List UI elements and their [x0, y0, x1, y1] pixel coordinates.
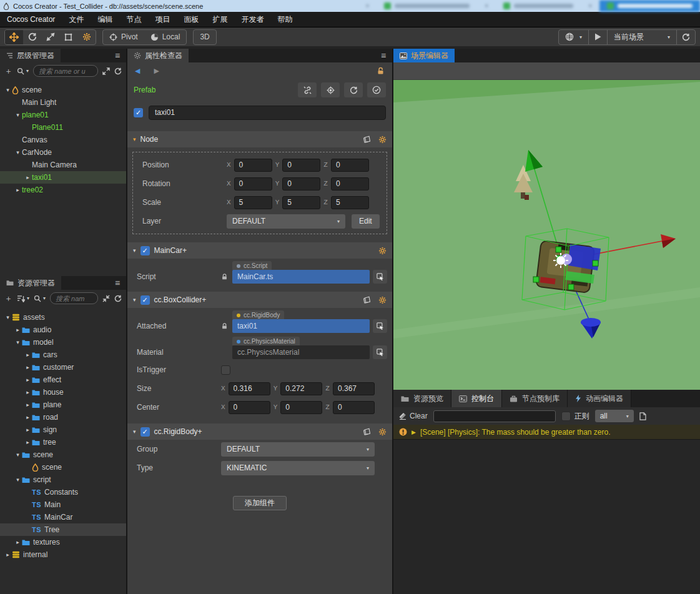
hierarchy-node-plane01[interactable]: ▾plane01 — [0, 109, 126, 121]
unlock-icon[interactable] — [377, 67, 385, 75]
asset-node-scene[interactable]: scene — [0, 461, 126, 473]
console-log-area[interactable] — [393, 439, 700, 594]
collapse-all-icon[interactable] — [102, 295, 110, 302]
scene-viewport[interactable] — [393, 80, 700, 390]
menu-item-3[interactable]: 节点 — [119, 14, 148, 25]
tree-right-arrow-icon[interactable]: ▸ — [24, 402, 32, 408]
asset-node-customer[interactable]: ▸customer — [0, 361, 126, 374]
tree-right-arrow-icon[interactable]: ▸ — [24, 364, 32, 370]
log-level-dropdown[interactable]: all ▾ — [595, 410, 634, 422]
scale-tool-button[interactable] — [41, 29, 59, 45]
tree-right-arrow-icon[interactable]: ▸ — [24, 377, 32, 383]
collapse-arrow-icon[interactable]: ▾ — [133, 136, 136, 142]
bottom-tab-资源预览[interactable]: 资源预览 — [393, 390, 451, 407]
sort-assets-icon[interactable]: ▾ — [17, 295, 29, 302]
console-clear-button[interactable]: Clear — [399, 412, 428, 420]
tab-assets[interactable]: 资源管理器 — [0, 276, 61, 290]
asset-node-textures[interactable]: ▸textures — [0, 536, 126, 548]
rotate-tool-button[interactable] — [23, 29, 41, 45]
pivot-toggle-button[interactable]: Pivot — [103, 29, 144, 45]
tree-down-arrow-icon[interactable]: ▾ — [4, 314, 12, 320]
tree-right-arrow-icon[interactable]: ▸ — [24, 174, 32, 181]
maincar-settings-gear-icon[interactable] — [378, 247, 387, 255]
tree-right-arrow-icon[interactable]: ▸ — [14, 327, 22, 333]
attached-ref-field[interactable]: taxi01 — [232, 319, 370, 333]
material-picker-button[interactable] — [373, 345, 387, 359]
size-y-input[interactable] — [280, 382, 322, 395]
hierarchy-node-tree02[interactable]: ▸tree02 — [0, 184, 126, 196]
size-x-input[interactable] — [229, 382, 270, 395]
asset-node-effect[interactable]: ▸effect — [0, 374, 126, 386]
scene-selector-dropdown[interactable]: 当前场景 ▾ — [608, 29, 676, 45]
menu-item-7[interactable]: 开发者 — [234, 14, 270, 25]
tree-down-arrow-icon[interactable]: ▾ — [4, 87, 12, 93]
asset-node-tree[interactable]: TSTree — [0, 523, 126, 536]
node-active-checkbox[interactable]: ✓ — [134, 108, 143, 117]
hierarchy-node-plane011[interactable]: Plane011 — [0, 121, 126, 134]
collapse-arrow-icon[interactable]: ▾ — [133, 297, 136, 303]
asset-node-internal[interactable]: ▸internal — [0, 548, 126, 561]
rect-tool-button[interactable] — [59, 29, 77, 45]
assets-menu-icon[interactable]: ≡ — [109, 276, 126, 290]
group-dropdown[interactable]: DEFAULT ▾ — [221, 442, 375, 457]
asset-node-cars[interactable]: ▸cars — [0, 349, 126, 361]
scale-z-input[interactable] — [331, 196, 369, 209]
bottom-tab-动画编辑器[interactable]: 动画编辑器 — [568, 390, 631, 407]
create-node-icon[interactable]: ＋ — [4, 66, 12, 77]
istrigger-checkbox[interactable] — [221, 365, 230, 375]
regex-checkbox[interactable] — [561, 412, 571, 421]
nav-back-icon[interactable]: ◀ — [135, 67, 140, 75]
script-ref-field[interactable]: MainCar.ts — [232, 270, 370, 284]
menu-item-2[interactable]: 编辑 — [91, 14, 119, 25]
asset-node-road[interactable]: ▸road — [0, 411, 126, 423]
size-z-input[interactable] — [333, 382, 375, 395]
menu-item-app[interactable]: Cocos Creator — [0, 15, 62, 24]
prefab-locate-button[interactable] — [321, 82, 340, 97]
tree-down-arrow-icon[interactable]: ▾ — [14, 112, 22, 118]
menu-item-8[interactable]: 帮助 — [270, 14, 299, 25]
rigidbody-settings-gear-icon[interactable] — [378, 428, 387, 436]
material-ref-field[interactable]: cc.PhysicsMaterial — [232, 345, 370, 359]
scale-y-input[interactable] — [282, 196, 320, 209]
regex-toggle[interactable]: 正则 — [561, 411, 589, 422]
tree-right-arrow-icon[interactable]: ▸ — [14, 187, 22, 193]
refresh-hierarchy-icon[interactable] — [114, 67, 122, 75]
asset-node-plane[interactable]: ▸plane — [0, 398, 126, 411]
paste-component-icon[interactable] — [363, 428, 371, 435]
tree-right-arrow-icon[interactable]: ▸ — [4, 552, 12, 558]
script-picker-button[interactable] — [373, 270, 387, 284]
boxcollider-settings-gear-icon[interactable] — [378, 296, 387, 304]
tree-right-arrow-icon[interactable]: ▸ — [24, 427, 32, 433]
console-filter-input[interactable] — [433, 410, 556, 422]
attached-picker-button[interactable] — [373, 319, 387, 333]
asset-node-tree[interactable]: ▸tree — [0, 436, 126, 448]
rigidbody-enabled-checkbox[interactable]: ✓ — [140, 427, 150, 437]
node-settings-gear-icon[interactable] — [378, 136, 387, 144]
hierarchy-node-main-camera[interactable]: Main Camera — [0, 159, 126, 171]
tab-hierarchy[interactable]: 层级管理器 — [0, 49, 61, 62]
asset-node-sign[interactable]: ▸sign — [0, 423, 126, 436]
open-log-file-icon[interactable] — [639, 412, 646, 420]
mode-3d-button[interactable]: 3D — [194, 29, 215, 45]
rotation-z-input[interactable] — [331, 177, 369, 191]
menu-item-1[interactable]: 文件 — [62, 14, 91, 25]
maincar-section-header[interactable]: ▾ ✓ MainCar+ — [127, 242, 392, 259]
asset-node-script[interactable]: ▾script — [0, 473, 126, 486]
hierarchy-node-scene[interactable]: ▾scene — [0, 84, 126, 96]
asset-node-constants[interactable]: TSConstants — [0, 486, 126, 498]
node-section-header[interactable]: ▾ Node — [127, 131, 392, 147]
expand-log-arrow-icon[interactable]: ▶ — [412, 429, 416, 435]
refresh-scene-button[interactable] — [677, 29, 695, 45]
menu-item-4[interactable]: 项目 — [148, 14, 177, 25]
local-toggle-button[interactable]: Local — [144, 29, 187, 45]
bottom-tab-节点预制库[interactable]: 节点预制库 — [502, 390, 568, 407]
asset-node-main[interactable]: TSMain — [0, 498, 126, 511]
nav-forward-icon[interactable]: ▶ — [154, 67, 159, 75]
tree-right-arrow-icon[interactable]: ▸ — [24, 389, 32, 395]
create-asset-icon[interactable]: ＋ — [4, 293, 12, 304]
hierarchy-node-main-light[interactable]: Main Light — [0, 96, 126, 109]
hierarchy-node-canvas[interactable]: Canvas — [0, 134, 126, 146]
tree-down-arrow-icon[interactable]: ▾ — [14, 149, 22, 156]
play-button[interactable] — [589, 29, 607, 45]
center-y-input[interactable] — [280, 401, 322, 414]
